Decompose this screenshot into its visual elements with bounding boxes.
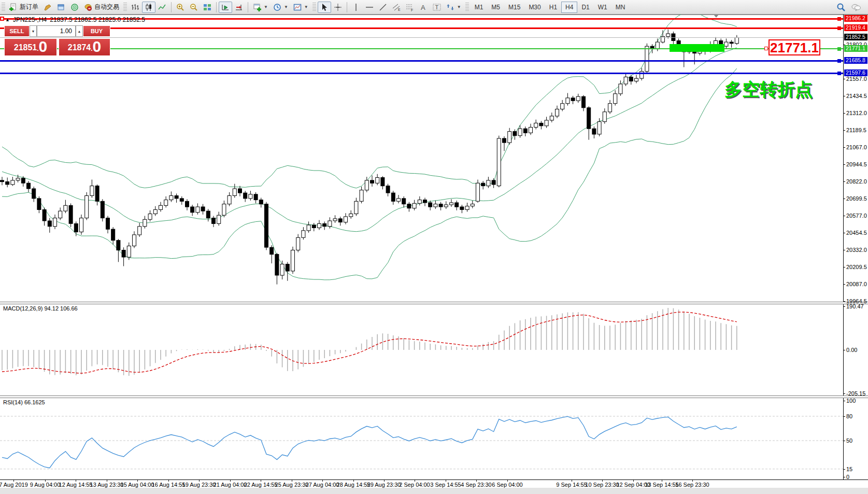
fibonacci-button[interactable]: F bbox=[403, 2, 417, 13]
line-anchor-marker[interactable] bbox=[837, 17, 841, 21]
zoom-out-button[interactable] bbox=[187, 2, 201, 13]
sell-price-pips: 0 bbox=[39, 39, 48, 54]
time-axis-tick-mark bbox=[692, 479, 693, 482]
timeframe-button-d1[interactable]: D1 bbox=[577, 2, 593, 13]
new-order-icon bbox=[9, 3, 18, 11]
cn-annotation-text[interactable]: 多空转折点 bbox=[724, 78, 813, 102]
candle-body bbox=[582, 96, 586, 108]
line-anchor-marker[interactable] bbox=[0, 17, 4, 21]
green-zone-rectangle[interactable] bbox=[670, 44, 724, 52]
sell-price-display[interactable]: 21851.0 bbox=[4, 38, 57, 56]
zoom-in-icon bbox=[176, 3, 184, 11]
timeframe-button-h1[interactable]: H1 bbox=[545, 2, 561, 13]
candle-body bbox=[550, 116, 553, 120]
volume-input[interactable]: 1.00 bbox=[37, 25, 76, 37]
crayon-button[interactable] bbox=[41, 2, 54, 13]
price-axis-tag: 21771.1 bbox=[844, 45, 867, 52]
macd-pane[interactable] bbox=[0, 303, 843, 396]
candle-body bbox=[122, 250, 125, 258]
bollinger-lower bbox=[2, 68, 737, 280]
symbol-title: JPN225-,H4 bbox=[13, 16, 47, 23]
time-axis-tick-mark bbox=[415, 479, 415, 482]
price-callout-box[interactable]: 21771.1 bbox=[769, 39, 820, 55]
chart-shift-icon bbox=[235, 3, 243, 11]
candle-body bbox=[275, 255, 279, 275]
chart-shift-button[interactable] bbox=[232, 2, 246, 13]
zoom-in-button[interactable] bbox=[174, 2, 187, 13]
expert-advisor-button[interactable] bbox=[68, 2, 81, 13]
macd-axis-tick-mark bbox=[843, 350, 845, 350]
buy-button[interactable]: BUY bbox=[83, 25, 110, 37]
channel-button[interactable]: E bbox=[390, 2, 403, 13]
horizontal-line-button[interactable] bbox=[363, 2, 376, 13]
text-button[interactable]: A bbox=[417, 2, 430, 13]
search-button[interactable] bbox=[834, 1, 848, 13]
chat-button[interactable] bbox=[848, 2, 864, 13]
line-anchor-marker[interactable] bbox=[837, 72, 841, 75]
timeframe-button-w1[interactable]: W1 bbox=[594, 2, 611, 13]
timeframe-button-mn[interactable]: MN bbox=[611, 2, 630, 13]
time-axis-label: 27 Aug 04:00 bbox=[306, 482, 339, 488]
candle-body bbox=[635, 78, 638, 81]
horizontal-line-object[interactable] bbox=[0, 27, 843, 29]
arrows-button[interactable]: ▼ bbox=[444, 2, 464, 13]
chart-shift-marker[interactable] bbox=[714, 15, 719, 18]
tile-windows-button[interactable] bbox=[201, 2, 214, 13]
candle-body bbox=[180, 199, 183, 201]
candle-chart-button[interactable] bbox=[142, 2, 155, 13]
horizontal-line-object[interactable] bbox=[0, 60, 843, 62]
price-axis-tick-mark bbox=[843, 267, 845, 267]
templates-button[interactable]: ▼ bbox=[291, 2, 311, 13]
vertical-line-button[interactable] bbox=[349, 2, 363, 13]
trendline-button[interactable] bbox=[376, 2, 390, 13]
candle-body bbox=[254, 194, 258, 200]
time-axis-tick-mark bbox=[662, 479, 662, 482]
arrows-icon bbox=[446, 3, 454, 11]
candle-body bbox=[244, 193, 247, 199]
line-anchor-marker[interactable] bbox=[837, 26, 841, 30]
line-anchor-marker[interactable] bbox=[837, 47, 841, 51]
candle-body bbox=[270, 247, 274, 255]
periods-button[interactable]: ▼ bbox=[271, 2, 291, 13]
timeframe-button-m5[interactable]: M5 bbox=[487, 2, 504, 13]
timeframe-button-m1[interactable]: M1 bbox=[471, 2, 488, 13]
timeframe-button-h4[interactable]: H4 bbox=[561, 2, 577, 13]
callout-anchor-marker[interactable] bbox=[764, 47, 768, 50]
time-axis-tick-mark bbox=[107, 479, 107, 482]
text-icon: A bbox=[419, 3, 428, 11]
volume-increase-button[interactable]: ▲ bbox=[76, 25, 83, 37]
price-axis-tick-label: 20699.5 bbox=[846, 195, 867, 202]
time-axis-tick-mark bbox=[76, 479, 76, 482]
candle-body bbox=[1, 180, 4, 182]
candle-body bbox=[513, 132, 517, 136]
auto-scroll-button[interactable] bbox=[219, 2, 232, 13]
timeframe-button-m30[interactable]: M30 bbox=[524, 2, 545, 13]
rsi-pane[interactable] bbox=[0, 398, 843, 479]
buy-price-display[interactable]: 21874.0 bbox=[59, 38, 110, 56]
line-anchor-marker[interactable] bbox=[837, 59, 841, 63]
price-axis-tick-label: 20454.5 bbox=[846, 230, 867, 236]
candle-body bbox=[592, 129, 596, 134]
sell-button[interactable]: SELL bbox=[4, 25, 30, 37]
price-axis-tick-mark bbox=[843, 199, 845, 199]
main-price-pane[interactable] bbox=[0, 15, 843, 302]
trade-panel-collapse-icon[interactable]: ▲ bbox=[5, 17, 10, 22]
price-axis-tag: 21852.5 bbox=[844, 34, 867, 40]
sell-price-main: 21851 bbox=[14, 41, 37, 54]
timeframe-button-m15[interactable]: M15 bbox=[504, 2, 524, 13]
bar-chart-button[interactable] bbox=[129, 2, 142, 13]
candle-body bbox=[138, 227, 141, 235]
new-chart-button[interactable]: ▼ bbox=[250, 2, 271, 13]
new-order-button[interactable]: 新订单 bbox=[7, 1, 41, 13]
trendline-icon bbox=[379, 3, 387, 11]
cursor-button[interactable] bbox=[318, 2, 331, 13]
candle-body bbox=[338, 219, 342, 222]
horizontal-line-object[interactable] bbox=[0, 73, 843, 74]
text-label-button[interactable]: T bbox=[430, 2, 444, 13]
line-chart-button[interactable] bbox=[155, 2, 169, 13]
chevron-down-icon: ▼ bbox=[284, 5, 288, 9]
crosshair-button[interactable] bbox=[331, 2, 345, 13]
volume-decrease-button[interactable]: ▼ bbox=[30, 25, 37, 37]
autotrade-button[interactable]: 自动交易 bbox=[81, 1, 122, 13]
profiles-button[interactable] bbox=[54, 2, 68, 13]
